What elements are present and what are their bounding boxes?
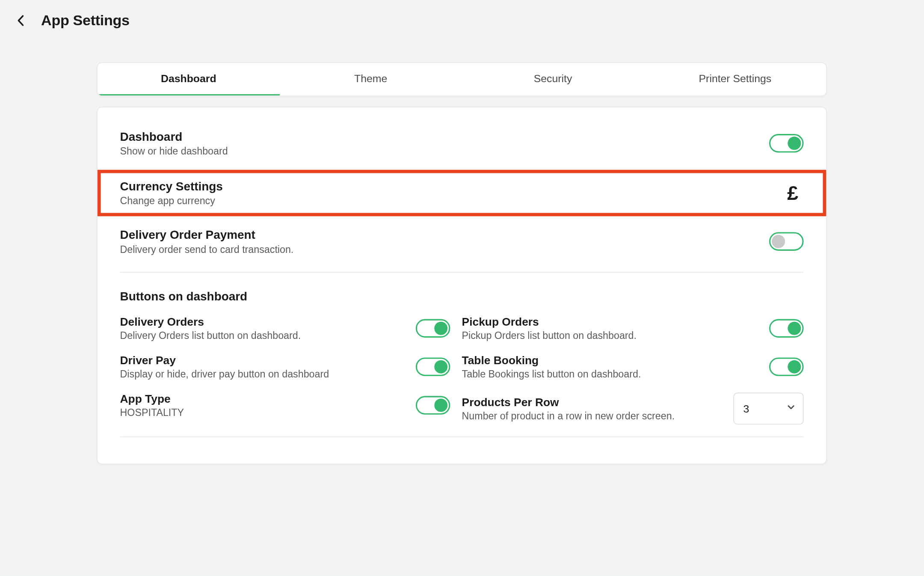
tab-theme[interactable]: Theme [280, 63, 462, 95]
setting-products-per-row: Products Per Row Number of product in a … [462, 393, 804, 425]
setting-title: Dashboard [120, 130, 769, 144]
setting-dashboard: Dashboard Show or hide dashboard [98, 107, 826, 164]
setting-desc: Pickup Orders list button on dashboard. [462, 330, 769, 341]
setting-title: Delivery Orders [120, 316, 416, 329]
setting-driver-pay: Driver Pay Display or hide, driver pay b… [120, 354, 462, 380]
page-title: App Settings [41, 12, 130, 29]
setting-title: Pickup Orders [462, 316, 769, 329]
chevron-left-icon [17, 15, 25, 27]
setting-title: Table Booking [462, 354, 769, 368]
setting-title: Products Per Row [462, 396, 734, 409]
setting-pickup-orders: Pickup Orders Pickup Orders list button … [462, 316, 804, 341]
setting-desc: Display or hide, driver pay button on da… [120, 368, 416, 379]
divider [120, 436, 804, 437]
setting-desc: Delivery order send to card transaction. [120, 243, 769, 255]
toggle-dashboard[interactable] [769, 134, 804, 152]
section-heading-buttons: Buttons on dashboard [98, 273, 826, 308]
setting-currency[interactable]: Currency Settings Change app currency £ [101, 173, 823, 213]
toggle-table-booking[interactable] [769, 357, 804, 376]
select-products-per-row[interactable]: 3 [733, 393, 803, 425]
setting-delivery-orders: Delivery Orders Delivery Orders list but… [120, 316, 462, 341]
setting-delivery-payment: Delivery Order Payment Delivery order se… [98, 216, 826, 263]
setting-desc: Change app currency [120, 195, 788, 206]
tabs-bar: Dashboard Theme Security Printer Setting… [97, 62, 827, 96]
tab-dashboard[interactable]: Dashboard [98, 63, 280, 95]
toggle-pickup-orders[interactable] [769, 319, 804, 338]
setting-app-type: App Type HOSPITALITY [120, 393, 462, 418]
setting-desc: HOSPITALITY [120, 407, 416, 418]
setting-currency-highlight: Currency Settings Change app currency £ [98, 170, 826, 217]
setting-desc: Number of product in a row in new order … [462, 410, 734, 421]
setting-desc: Delivery Orders list button on dashboard… [120, 330, 416, 341]
toggle-app-type[interactable] [415, 396, 450, 414]
tab-printer-settings[interactable]: Printer Settings [644, 63, 826, 95]
toggle-delivery-orders[interactable] [415, 319, 450, 338]
toggle-delivery-payment[interactable] [769, 232, 804, 251]
page-header: App Settings [0, 0, 924, 36]
buttons-grid: Delivery Orders Delivery Orders list but… [98, 308, 826, 430]
toggle-driver-pay[interactable] [415, 357, 450, 376]
tab-security[interactable]: Security [462, 63, 644, 95]
setting-title: Delivery Order Payment [120, 228, 769, 242]
setting-table-booking: Table Booking Table Bookings list button… [462, 354, 804, 380]
setting-title: App Type [120, 393, 416, 406]
setting-desc: Table Bookings list button on dashboard. [462, 368, 769, 379]
currency-symbol: £ [787, 182, 803, 205]
back-button[interactable] [13, 12, 29, 28]
setting-desc: Show or hide dashboard [120, 145, 769, 156]
settings-panel: Dashboard Show or hide dashboard Currenc… [97, 107, 827, 464]
setting-title: Currency Settings [120, 180, 788, 194]
setting-title: Driver Pay [120, 354, 416, 368]
